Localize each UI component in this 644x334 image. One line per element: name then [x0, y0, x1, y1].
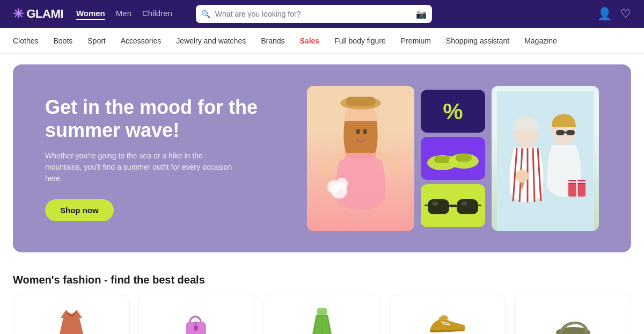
search-input[interactable]: [196, 5, 432, 23]
banner-percent-icon: %: [421, 90, 485, 133]
logo-star-icon: ✳: [13, 6, 24, 21]
cat-jewelry[interactable]: Jewelry and watches: [169, 28, 253, 54]
product-card-dress[interactable]: Dress: [13, 295, 130, 334]
svg-rect-42: [317, 308, 327, 315]
skirt-icon: [309, 306, 335, 334]
sandals-icon: [553, 310, 593, 335]
product-card-purses[interactable]: Purses: [138, 295, 255, 334]
svg-text:%: %: [443, 98, 463, 124]
svg-rect-2: [346, 97, 376, 106]
svg-rect-13: [428, 199, 449, 214]
cat-magazine[interactable]: Magazine: [517, 28, 565, 54]
cat-premium[interactable]: Premium: [393, 28, 438, 54]
banner-sunglasses-icon: [421, 184, 485, 227]
cat-sales[interactable]: Sales: [292, 28, 327, 54]
nav-women[interactable]: Women: [76, 9, 105, 20]
svg-point-7: [363, 129, 367, 134]
cat-sport[interactable]: Sport: [80, 28, 113, 54]
product-card-sandals[interactable]: Sandals: [514, 295, 631, 334]
svg-point-28: [516, 170, 529, 183]
banner-section: Get in the mood for thesummer wave! Whet…: [0, 54, 644, 263]
svg-rect-17: [478, 205, 481, 206]
dress-icon: [55, 307, 87, 335]
svg-point-41: [194, 322, 197, 324]
svg-rect-10: [434, 156, 450, 163]
banner-headline: Get in the mood for thesummer wave!: [45, 96, 307, 142]
svg-rect-32: [565, 132, 566, 133]
product-card-skirt[interactable]: Skirt: [264, 295, 380, 334]
section-title: Women's fashion - find the best deals: [13, 274, 631, 286]
products-grid: Dress Purses: [13, 295, 631, 334]
sneakers-icon: [427, 310, 467, 335]
products-section: Women's fashion - find the best deals Dr…: [0, 263, 644, 334]
cat-boots[interactable]: Boots: [46, 28, 80, 54]
header: ✳ GLAMI Women Men Children 🔍 📷 👤 ♡: [0, 0, 644, 28]
banner-photo-side: [492, 86, 599, 231]
svg-point-19: [461, 201, 467, 206]
svg-rect-39: [194, 326, 197, 331]
cat-clothes[interactable]: Clothes: [13, 28, 46, 54]
cat-accessories[interactable]: Accessories: [113, 28, 169, 54]
svg-rect-30: [556, 130, 565, 135]
cat-brands[interactable]: Brands: [253, 28, 292, 54]
header-nav: Women Men Children: [76, 9, 172, 20]
logo-text: GLAMI: [27, 7, 63, 21]
account-icon[interactable]: 👤: [597, 7, 612, 21]
banner: Get in the mood for thesummer wave! Whet…: [13, 64, 631, 252]
svg-rect-12: [456, 154, 472, 162]
header-actions: 👤 ♡: [597, 7, 631, 21]
svg-point-6: [356, 129, 360, 134]
purses-icon: [179, 308, 214, 334]
banner-text: Get in the mood for thesummer wave! Whet…: [45, 96, 307, 221]
svg-rect-16: [425, 205, 428, 206]
svg-rect-31: [566, 130, 575, 135]
svg-point-18: [432, 201, 438, 206]
cat-full-body[interactable]: Full body figure: [327, 28, 393, 54]
logo[interactable]: ✳ GLAMI: [13, 6, 63, 21]
search-bar: 🔍 📷: [196, 5, 432, 23]
svg-rect-15: [449, 205, 457, 207]
search-icon: 🔍: [201, 10, 210, 18]
category-nav: Clothes Boots Sport Accessories Jewelry …: [0, 28, 644, 54]
nav-men[interactable]: Men: [116, 9, 131, 20]
camera-icon[interactable]: 📷: [416, 9, 427, 19]
product-card-sneakers[interactable]: Sneakers: [389, 295, 506, 334]
shop-now-button[interactable]: Shop now: [45, 199, 114, 221]
svg-rect-14: [457, 199, 478, 214]
banner-sandals-icon: [421, 137, 485, 180]
cat-shopping-assistant[interactable]: Shopping assistant: [438, 28, 517, 54]
banner-visuals: %: [307, 86, 599, 231]
svg-point-5: [336, 178, 348, 190]
banner-description: Whether you're going to the sea or a hik…: [45, 150, 238, 184]
wishlist-icon[interactable]: ♡: [620, 7, 631, 21]
banner-photo-main: [307, 86, 414, 231]
nav-children[interactable]: Children: [142, 9, 172, 20]
banner-icon-grid: %: [421, 90, 485, 227]
